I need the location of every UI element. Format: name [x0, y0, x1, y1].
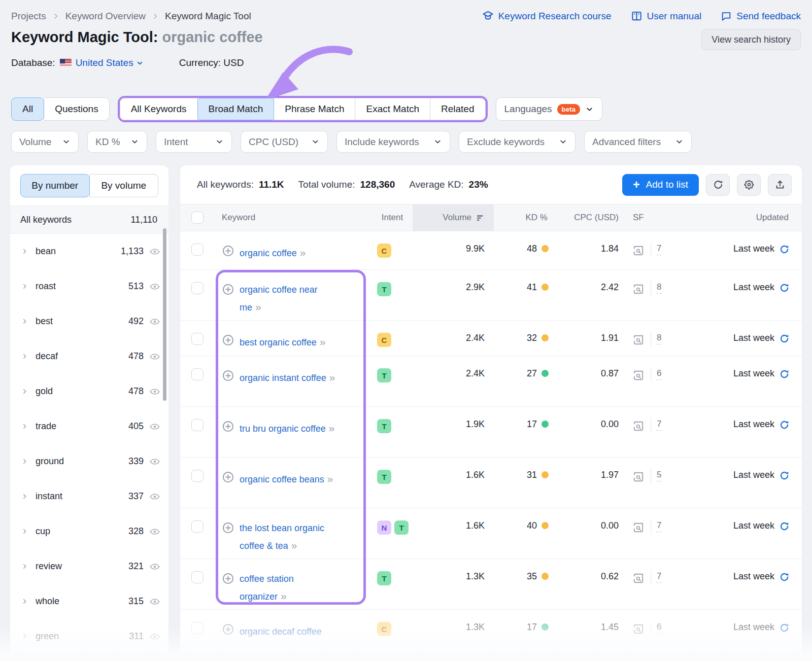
sidebar-view-tab[interactable]: By volume — [89, 174, 159, 197]
row-checkbox[interactable] — [191, 571, 204, 583]
serp-preview-icon[interactable] — [632, 470, 645, 483]
row-refresh-icon[interactable] — [779, 419, 790, 430]
sidebar-group-item[interactable]: cup 328 — [10, 514, 168, 549]
row-checkbox[interactable] — [191, 419, 204, 431]
add-keyword-icon[interactable] — [222, 572, 234, 585]
database-select[interactable]: United States — [76, 57, 144, 68]
serp-preview-icon[interactable] — [632, 369, 645, 382]
add-keyword-icon[interactable] — [222, 283, 234, 296]
add-keyword-icon[interactable] — [222, 245, 234, 257]
sf-count[interactable]: 7 — [657, 520, 661, 532]
serp-preview-icon[interactable] — [632, 283, 645, 296]
serp-preview-icon[interactable] — [632, 622, 645, 636]
languages-dropdown[interactable]: Languages beta — [496, 97, 603, 121]
double-chevron-icon[interactable]: » — [329, 422, 336, 434]
sidebar-group-item[interactable]: review 321 — [10, 549, 168, 584]
keyword-link[interactable]: organic decaf coffee — [240, 622, 325, 640]
add-to-list-button[interactable]: + Add to list — [622, 174, 699, 196]
eye-icon[interactable] — [149, 351, 160, 362]
column-header-cpc[interactable]: CPC (USD) — [555, 213, 626, 223]
keyword-link[interactable]: coffee station organizer» — [240, 571, 340, 605]
eye-icon[interactable] — [149, 246, 160, 257]
filter-dropdown[interactable]: Include keywords — [336, 131, 450, 153]
match-tab[interactable]: Exact Match — [355, 98, 430, 120]
refresh-button[interactable] — [706, 174, 730, 196]
breadcrumb-keyword-overview[interactable]: Keyword Overview — [65, 11, 146, 22]
sf-count[interactable]: 7 — [657, 419, 661, 431]
row-refresh-icon[interactable] — [779, 333, 790, 344]
serp-preview-icon[interactable] — [632, 521, 645, 534]
match-tab[interactable]: Phrase Match — [274, 98, 355, 120]
keyword-link[interactable]: tru bru organic coffee» — [240, 419, 335, 437]
eye-icon[interactable] — [149, 561, 160, 572]
eye-icon[interactable] — [149, 281, 160, 292]
select-all-checkbox[interactable] — [191, 212, 204, 224]
double-chevron-icon[interactable]: » — [255, 301, 262, 312]
column-header-kd[interactable]: KD % — [494, 213, 555, 223]
view-search-history-button[interactable]: View search history — [701, 29, 801, 50]
sidebar-view-tab[interactable]: By number — [20, 174, 90, 197]
sidebar-group-item[interactable]: instant 337 — [10, 479, 168, 514]
row-checkbox[interactable] — [191, 282, 204, 294]
row-checkbox[interactable] — [191, 470, 204, 482]
sidebar-group-item[interactable]: best 492 — [10, 304, 168, 339]
double-chevron-icon[interactable]: » — [327, 473, 334, 484]
sidebar-group-item[interactable]: ground 339 — [10, 444, 168, 479]
match-tab[interactable]: Broad Match — [197, 98, 275, 120]
export-button[interactable] — [768, 174, 792, 196]
settings-button[interactable] — [737, 174, 761, 196]
double-chevron-icon[interactable]: » — [291, 539, 298, 551]
row-checkbox[interactable] — [191, 622, 204, 634]
sf-count[interactable]: 6 — [657, 368, 661, 380]
scope-tab[interactable]: All — [11, 97, 44, 121]
sf-count[interactable]: 7 — [657, 571, 661, 583]
keyword-link[interactable]: the lost bean organic coffee & tea» — [240, 520, 340, 554]
match-tab[interactable]: All Keywords — [120, 98, 198, 120]
sf-count[interactable]: 7 — [657, 243, 661, 255]
eye-icon[interactable] — [149, 526, 160, 537]
eye-icon[interactable] — [149, 316, 160, 327]
column-header-keyword[interactable]: Keyword — [215, 213, 372, 223]
serp-preview-icon[interactable] — [632, 420, 645, 433]
add-keyword-icon[interactable] — [222, 369, 234, 382]
sf-count[interactable]: 8 — [657, 333, 661, 344]
filter-dropdown[interactable]: Advanced filters — [584, 131, 692, 153]
column-header-updated[interactable]: Updated — [682, 213, 802, 223]
add-keyword-icon[interactable] — [222, 521, 234, 534]
row-refresh-icon[interactable] — [779, 368, 790, 379]
user-manual-link[interactable]: User manual — [631, 10, 702, 22]
keyword-link[interactable]: organic coffee near me» — [240, 282, 340, 316]
add-keyword-icon[interactable] — [222, 334, 234, 346]
sidebar-group-item[interactable]: whole 315 — [10, 584, 168, 619]
keyword-link[interactable]: organic coffee» — [240, 243, 307, 262]
sf-count[interactable]: 5 — [657, 470, 661, 481]
filter-dropdown[interactable]: CPC (USD) — [241, 131, 328, 153]
column-header-volume[interactable]: Volume — [413, 204, 494, 231]
keyword-link[interactable]: organic coffee beans» — [240, 470, 334, 488]
sf-count[interactable]: 8 — [657, 282, 661, 294]
add-keyword-icon[interactable] — [222, 471, 234, 483]
column-header-sf[interactable]: SF — [626, 213, 682, 223]
scope-tab[interactable]: Questions — [44, 97, 110, 121]
add-keyword-icon[interactable] — [222, 623, 234, 636]
all-keywords-row[interactable]: All keywords 11,110 — [10, 205, 168, 234]
filter-dropdown[interactable]: Exclude keywords — [459, 131, 576, 153]
filter-dropdown[interactable]: KD % — [87, 131, 147, 153]
sf-count[interactable]: 6 — [657, 622, 661, 634]
sidebar-group-item[interactable]: bean 1,133 — [10, 234, 168, 269]
sidebar-group-item[interactable]: decaf 478 — [10, 339, 168, 374]
eye-icon[interactable] — [149, 631, 160, 642]
row-refresh-icon[interactable] — [779, 282, 790, 293]
row-checkbox[interactable] — [191, 333, 204, 345]
row-refresh-icon[interactable] — [779, 470, 790, 481]
serp-preview-icon[interactable] — [632, 333, 645, 346]
match-tab[interactable]: Related — [430, 98, 486, 120]
sidebar-group-item[interactable]: trade 405 — [10, 409, 168, 444]
filter-dropdown[interactable]: Volume — [11, 131, 79, 153]
double-chevron-icon[interactable]: » — [320, 336, 327, 347]
row-checkbox[interactable] — [191, 520, 204, 533]
eye-icon[interactable] — [149, 421, 160, 432]
breadcrumb-projects[interactable]: Projects — [11, 11, 46, 22]
eye-icon[interactable] — [149, 596, 160, 607]
column-header-intent[interactable]: Intent — [372, 213, 413, 223]
